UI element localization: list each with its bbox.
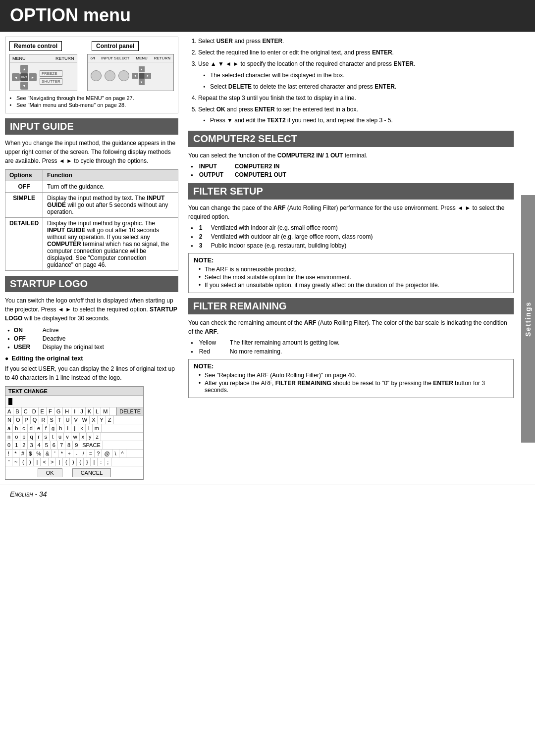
dpad-right: ► xyxy=(29,73,37,81)
list-item: Select the required line to enter or edi… xyxy=(198,48,514,57)
cp-right: ► xyxy=(145,73,151,79)
startup-logo-options: ON Active OFF Deactive USER Display the … xyxy=(5,327,178,351)
edit-original-text-header: Editing the original text xyxy=(5,354,178,362)
computer2-description: You can select the function of the COMPU… xyxy=(188,151,514,160)
option-on-value: Active xyxy=(43,327,59,334)
startup-logo-description: You can switch the logo on/off that is d… xyxy=(5,296,178,323)
color-options-list: Yellow The filter remaining amount is ge… xyxy=(188,339,514,355)
startup-logo-header: STARTUP LOGO xyxy=(5,276,178,292)
dpad-up: ▲ xyxy=(20,65,28,73)
list-item: Select OK and press ENTER to set the ent… xyxy=(198,105,514,125)
rc-dpad: ▲ ◄ ENT ► ▼ xyxy=(12,65,37,90)
cp-menu-label: MENU xyxy=(136,56,148,60)
function-detailed: Display the input method by graphic. The… xyxy=(43,218,178,271)
filter-remaining-description: You can check the remaining amount of th… xyxy=(188,318,514,336)
rc-top-buttons: MENU RETURN xyxy=(10,54,77,63)
list-item: INPUT COMPUTER2 IN xyxy=(191,163,514,170)
list-item: After you replace the ARF, FILTER REMAIN… xyxy=(199,380,508,394)
rc-note-1: See "Navigating through the MENU" on pag… xyxy=(9,95,174,101)
filter-options-list: 1 Ventilated with indoor air (e.g. small… xyxy=(188,224,514,249)
tc-row-5: 0123456789SPACE xyxy=(5,441,143,450)
tc-keys-nz: NOPQRSTUVWXYZ xyxy=(5,416,143,424)
cp-input-label: INPUT SELECT xyxy=(101,56,129,60)
list-item: OFF Deactive xyxy=(7,335,178,342)
list-item: 2 Ventilated with outdoor air (e.g. larg… xyxy=(191,233,514,240)
remote-control-box: Remote control Control panel MENU RETURN… xyxy=(5,37,178,113)
option-simple: SIMPLE xyxy=(5,193,43,218)
filter-setup-description: You can change the pace of the ARF (Auto… xyxy=(188,203,514,221)
list-item: USER Display the original text xyxy=(7,344,178,351)
option-off-key: OFF xyxy=(14,335,39,342)
input-key: INPUT xyxy=(199,163,229,170)
option-detailed: DETAILED xyxy=(5,218,43,271)
tc-row-3: abcdefghijklm xyxy=(5,424,143,433)
tc-row-2: NOPQRSTUVWXYZ xyxy=(5,416,143,424)
list-item: 3 Public indoor space (e.g. restaurant, … xyxy=(191,242,514,249)
tc-cursor xyxy=(8,398,12,405)
dpad-down: ▼ xyxy=(20,82,28,90)
tc-keys-special1: !*#$%&'*+-/=?@\^ xyxy=(5,450,143,457)
computer2-select-header: COMPUTER2 SELECT xyxy=(188,131,514,147)
input-value: COMPUTER2 IN xyxy=(235,163,280,170)
cp-circle1 xyxy=(91,70,102,81)
page-footer: English - 34 xyxy=(0,485,535,503)
filter-option-1-desc: Ventilated with indoor air (e.g. small o… xyxy=(211,224,338,231)
list-item: Select USER and press ENTER. xyxy=(198,37,514,46)
list-item: If you select an unsuitable option, it m… xyxy=(199,282,508,289)
filter-option-2-desc: Ventilated with outdoor air (e.g. large … xyxy=(211,233,373,240)
cp-on-label: o/I xyxy=(91,56,95,60)
option-on-key: ON xyxy=(14,327,39,334)
return-label: RETURN xyxy=(55,56,74,61)
option-off: OFF xyxy=(5,181,43,193)
list-item: The ARF is a nonreusable product. xyxy=(199,266,508,273)
list-item: Press ▼ and edit the TEXT2 if you need t… xyxy=(203,116,514,125)
option-user-key: USER xyxy=(14,344,39,351)
cp-up: ▲ xyxy=(139,66,145,72)
cp-return-label: RETURN xyxy=(154,56,170,60)
filter-option-3: 3 xyxy=(199,242,205,249)
control-panel-graphic: o/I INPUT SELECT MENU RETURN ▲ ◄ xyxy=(87,54,174,91)
cp-circle2 xyxy=(105,70,115,81)
table-row: DETAILED Display the input method by gra… xyxy=(5,218,178,271)
filter-setup-header: FILTER SETUP xyxy=(188,183,514,200)
tc-keys-nz-lower: nopqrstuvwxyz xyxy=(5,433,143,441)
rc-labels: Remote control Control panel xyxy=(9,41,174,51)
remote-control-label: Remote control xyxy=(9,41,62,51)
list-item: Yellow The filter remaining amount is ge… xyxy=(191,339,514,346)
ok-button[interactable]: OK xyxy=(38,468,62,477)
cp-down: ▼ xyxy=(139,79,145,85)
edit-original-text-desc: If you select USER, you can display the … xyxy=(5,364,178,382)
list-item: Select DELETE to delete the last entered… xyxy=(203,82,514,92)
cp-circle3 xyxy=(118,70,129,81)
tc-row-7: "~()|<>|(){}|:; xyxy=(5,458,143,466)
filter-setup-note-list: The ARF is a nonreusable product. Select… xyxy=(194,266,508,289)
tc-row-6: !*#$%&'*+-/=?@\^ xyxy=(5,450,143,458)
option-user-value: Display the original text xyxy=(43,344,104,351)
cp-buttons: ▲ ◄ ► ▼ xyxy=(88,62,174,89)
dpad-left: ◄ xyxy=(12,73,20,81)
list-item: Select the most suitable option for the … xyxy=(199,274,508,281)
tc-delete-button[interactable]: DELETE xyxy=(116,407,143,415)
list-item: OUTPUT COMPUTER1 OUT xyxy=(191,171,514,178)
footer-text: English xyxy=(10,490,33,498)
output-value: COMPUTER1 OUT xyxy=(235,171,286,178)
cp-top: o/I INPUT SELECT MENU RETURN xyxy=(88,54,174,62)
list-item: Red No more remaining. xyxy=(191,348,514,355)
menu-label: MENU xyxy=(12,56,26,61)
cancel-button[interactable]: CANCEL xyxy=(72,468,111,477)
tc-bottom-row: OK CANCEL xyxy=(5,466,143,479)
step3-bullets: The selected character will be displayed… xyxy=(198,71,514,92)
red-desc: No more remaining. xyxy=(230,348,282,355)
list-item: The selected character will be displayed… xyxy=(203,71,514,80)
col-function: Function xyxy=(43,170,178,181)
rc-extra-buttons: FREEZE SHUTTER xyxy=(40,70,62,85)
list-item: See "Replacing the ARF (Auto Rolling Fil… xyxy=(199,372,508,379)
cp-center xyxy=(139,73,145,79)
tc-keys-numbers: 0123456789SPACE xyxy=(5,441,143,449)
function-off: Turn off the guidance. xyxy=(43,181,178,193)
table-row: OFF Turn off the guidance. xyxy=(5,181,178,193)
tc-text-area xyxy=(5,396,143,407)
dpad-enter: ENT xyxy=(20,73,28,81)
rc-note-2: See "Main menu and Sub-menu" on page 28. xyxy=(9,102,174,108)
control-panel-label: Control panel xyxy=(92,41,139,51)
